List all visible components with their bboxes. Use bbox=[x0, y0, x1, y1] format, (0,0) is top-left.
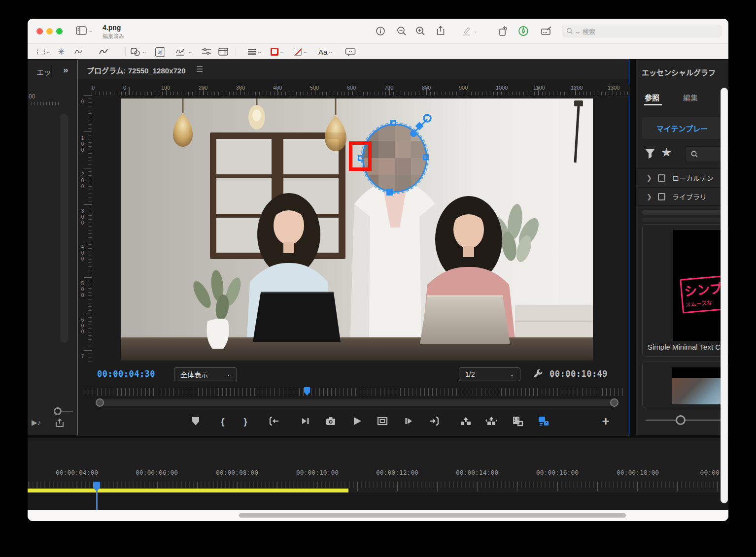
panel-overflow-chevrons[interactable]: » bbox=[63, 65, 69, 75]
playback-resolution-select[interactable]: 1/2⌄ bbox=[459, 367, 520, 381]
annotation-comment-button[interactable] bbox=[345, 46, 356, 58]
timeline-label: 00:00:14:00 bbox=[456, 469, 498, 476]
search-input[interactable]: ⌄ 検索 bbox=[562, 25, 722, 37]
program-scrollbar-left-knob[interactable] bbox=[96, 398, 104, 407]
program-mini-ruler[interactable] bbox=[85, 388, 623, 396]
vertical-scrollbar[interactable] bbox=[721, 88, 728, 503]
border-color-button[interactable]: ⌄ bbox=[271, 46, 284, 58]
left-panel-scrollbar[interactable] bbox=[60, 114, 68, 343]
line-style-button[interactable]: ⌄ bbox=[247, 46, 262, 58]
thumbnail-size-slider-handle[interactable] bbox=[676, 415, 686, 425]
lift-button[interactable] bbox=[458, 414, 473, 428]
tree-item-local-templates[interactable]: ❯ ローカルテン bbox=[636, 168, 728, 187]
panel-menu-icon[interactable]: ☰ bbox=[196, 65, 203, 74]
border-color-swatch bbox=[271, 48, 278, 56]
favorites-star-icon[interactable]: ★ bbox=[661, 145, 672, 160]
settings-wrench-icon[interactable] bbox=[532, 368, 544, 382]
traffic-lights bbox=[36, 28, 63, 34]
extract-button[interactable] bbox=[484, 414, 499, 428]
sketch-tool-button[interactable] bbox=[74, 46, 84, 58]
template-card-2[interactable] bbox=[642, 361, 728, 408]
checkbox[interactable] bbox=[658, 193, 665, 200]
text-box-button[interactable]: あ bbox=[155, 46, 165, 58]
checkbox[interactable] bbox=[658, 174, 665, 182]
close-button[interactable] bbox=[36, 28, 43, 34]
frame-icon bbox=[218, 47, 229, 56]
markup-toggle-button[interactable] bbox=[517, 25, 529, 37]
text-style-button[interactable]: Aa ⌄ bbox=[318, 46, 333, 58]
mask-handle-right[interactable] bbox=[423, 154, 429, 160]
left-panel-tab[interactable]: エッ bbox=[36, 66, 51, 77]
add-marker-button[interactable] bbox=[188, 414, 203, 428]
button-editor-plus[interactable]: + bbox=[598, 414, 613, 428]
template-card-simple-minimal[interactable]: シンプ スムーズな Simple Minimal Text C bbox=[642, 224, 728, 357]
comparison-view-button-active[interactable] bbox=[536, 414, 551, 428]
chevron-down-icon: ⌄ bbox=[279, 49, 284, 54]
sketch-icon bbox=[74, 47, 84, 56]
stamp-box: シンプ スムーズな bbox=[680, 275, 721, 313]
left-zoom-slider-handle[interactable] bbox=[54, 407, 62, 415]
go-to-in-button[interactable] bbox=[266, 414, 281, 428]
program-scrollbar-right-knob[interactable] bbox=[610, 398, 619, 407]
minimize-button[interactable] bbox=[46, 28, 53, 34]
tab-browse[interactable]: 参照 bbox=[645, 92, 659, 102]
export-frame-button[interactable] bbox=[323, 414, 338, 428]
timeline-label: 00:00:08:00 bbox=[216, 469, 258, 476]
play-audio-icon[interactable]: ▶♪ bbox=[32, 418, 41, 427]
mark-in-button[interactable]: { bbox=[215, 414, 230, 428]
share-button[interactable] bbox=[435, 25, 446, 36]
export-media-button[interactable] bbox=[510, 414, 525, 428]
selection-tool-button[interactable]: ⌄ bbox=[37, 46, 50, 58]
zoom-level-select[interactable]: 全体表示⌄ bbox=[174, 367, 237, 381]
smart-lasso-button[interactable]: ✳ bbox=[58, 46, 65, 58]
mask-handle-bottom[interactable] bbox=[386, 189, 393, 196]
filter-funnel-icon[interactable] bbox=[643, 146, 657, 162]
chevron-down-icon: ⌄ bbox=[510, 372, 515, 377]
chevron-down-icon[interactable]: ⌄ bbox=[473, 29, 478, 33]
mask-feather-handle[interactable] bbox=[407, 112, 434, 140]
tree-scrollbar[interactable] bbox=[642, 210, 722, 215]
tab-edit[interactable]: 編集 bbox=[683, 92, 698, 102]
crop-frame-button[interactable] bbox=[218, 46, 229, 58]
zoom-button[interactable] bbox=[56, 28, 63, 34]
play-button[interactable] bbox=[349, 414, 364, 428]
fill-color-button[interactable]: ⌄ bbox=[294, 46, 307, 58]
timeline-playhead-line bbox=[96, 482, 98, 510]
left-ruler-label: 00 bbox=[29, 93, 35, 100]
draw-tool-button[interactable] bbox=[99, 46, 108, 58]
safe-margins-button[interactable] bbox=[375, 414, 390, 428]
mark-out-button[interactable]: } bbox=[238, 414, 253, 428]
export-panel-icon[interactable] bbox=[54, 418, 65, 430]
adjust-button[interactable] bbox=[201, 46, 212, 58]
step-forward-button[interactable] bbox=[402, 414, 416, 428]
tab-browse-underline bbox=[644, 104, 662, 105]
mask-handle-top[interactable] bbox=[390, 120, 396, 126]
timeline-panel: 00:00:04:00 00:00:06:00 00:00:08:00 00:0… bbox=[28, 438, 728, 510]
shapes-button[interactable]: ⌄ bbox=[130, 46, 146, 58]
work-area-bar[interactable] bbox=[28, 489, 348, 492]
chevron-down-icon: ⌄ bbox=[45, 49, 51, 54]
zoom-out-button[interactable] bbox=[396, 26, 407, 36]
program-scrollbar-track[interactable] bbox=[98, 399, 616, 406]
current-timecode[interactable]: 00:00:04:30 bbox=[97, 369, 155, 379]
red-rectangle-annotation[interactable] bbox=[349, 141, 372, 171]
highlight-button[interactable]: ⌄ bbox=[461, 26, 478, 36]
signature-icon bbox=[175, 47, 187, 57]
search-icon bbox=[690, 150, 698, 158]
go-to-out-button[interactable] bbox=[427, 414, 442, 428]
info-button[interactable] bbox=[375, 26, 386, 36]
horizontal-scrollbar[interactable] bbox=[239, 513, 626, 518]
markup-toolbar: ⌄ ✳ ⌄ あ ⌄ ⌄ bbox=[28, 43, 728, 59]
essential-graphics-title: エッセンシャルグラフ bbox=[642, 67, 716, 77]
sidebar-toggle-icon[interactable]: ⌄ bbox=[75, 26, 93, 35]
fill-sign-button[interactable] bbox=[540, 25, 553, 37]
chevron-down-icon: ⌄ bbox=[141, 49, 147, 54]
my-templates-dropdown[interactable]: マイテンプレー bbox=[642, 117, 722, 139]
left-partial-panel: エッ » 00 ▶♪ bbox=[28, 60, 77, 435]
signature-button[interactable]: ⌄ bbox=[175, 46, 192, 58]
template-thumbnail: シンプ スムーズな bbox=[673, 230, 721, 341]
step-back-button[interactable] bbox=[298, 414, 312, 428]
rotate-button[interactable] bbox=[497, 25, 509, 37]
tree-item-libraries[interactable]: ❯ ライブラリ bbox=[636, 187, 728, 206]
zoom-in-button[interactable] bbox=[415, 26, 426, 36]
